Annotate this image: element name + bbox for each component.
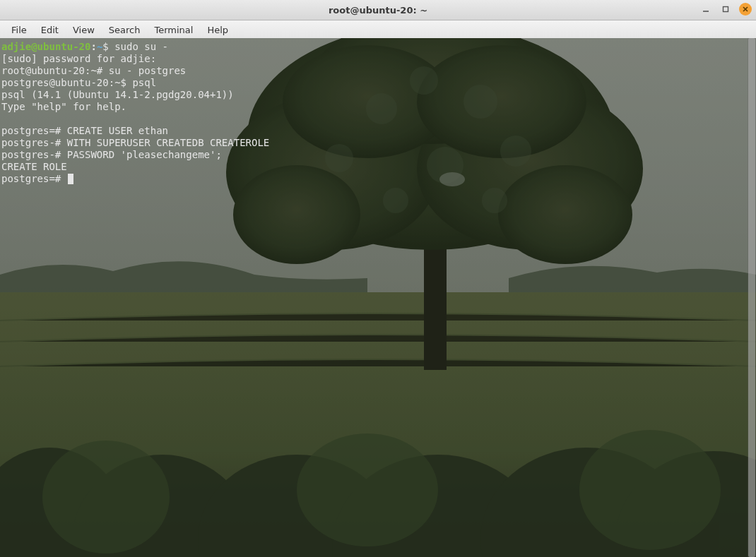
terminal-line: postgres-# WITH SUPERUSER CREATEDB CREAT… <box>1 137 269 148</box>
terminal-line: CREATE ROLE <box>1 161 67 172</box>
terminal-line: postgres@ubuntu-20:~$ psql <box>1 77 156 88</box>
terminal-line: [sudo] password for adjie: <box>1 53 163 64</box>
svg-rect-1 <box>723 7 728 12</box>
close-icon[interactable] <box>739 3 752 16</box>
menu-terminal[interactable]: Terminal <box>147 23 200 37</box>
terminal-line: postgres-# PASSWORD 'pleasechangeme'; <box>1 149 222 160</box>
window-controls <box>699 3 752 16</box>
terminal-line: root@ubuntu-20:~# su - postgres <box>1 65 186 76</box>
titlebar[interactable]: root@ubuntu-20: ~ <box>0 0 756 20</box>
terminal-viewport[interactable]: adjie@ubuntu-20:~$ sudo su - [sudo] pass… <box>0 38 756 557</box>
menu-help[interactable]: Help <box>200 23 235 37</box>
command-text: sudo su - <box>114 41 168 52</box>
terminal-line: psql (14.1 (Ubuntu 14.1-2.pgdg20.04+1)) <box>1 89 234 100</box>
prompt-user: adjie <box>1 41 31 52</box>
terminal-window: root@ubuntu-20: ~ File Edit View Search … <box>0 0 756 557</box>
minimize-icon[interactable] <box>699 3 712 16</box>
menu-file[interactable]: File <box>4 23 34 37</box>
terminal-line: postgres=# CREATE USER ethan <box>1 125 168 136</box>
menu-view[interactable]: View <box>66 23 102 37</box>
scrollbar-thumb[interactable] <box>748 38 755 557</box>
menu-search[interactable]: Search <box>102 23 148 37</box>
menu-edit[interactable]: Edit <box>34 23 66 37</box>
scrollbar[interactable] <box>748 38 756 557</box>
prompt-symbol: $ <box>102 41 114 52</box>
text-cursor <box>68 174 73 184</box>
prompt-colon: : <box>90 41 96 52</box>
maximize-icon[interactable] <box>719 3 732 16</box>
terminal-line: Type "help" for help. <box>1 101 126 112</box>
prompt-at: @ <box>31 41 37 52</box>
terminal-line: postgres=# <box>1 173 67 184</box>
terminal-output[interactable]: adjie@ubuntu-20:~$ sudo su - [sudo] pass… <box>0 38 756 557</box>
prompt-host: ubuntu-20 <box>37 41 91 52</box>
window-title: root@ubuntu-20: ~ <box>0 5 756 16</box>
menubar: File Edit View Search Terminal Help <box>0 20 756 40</box>
